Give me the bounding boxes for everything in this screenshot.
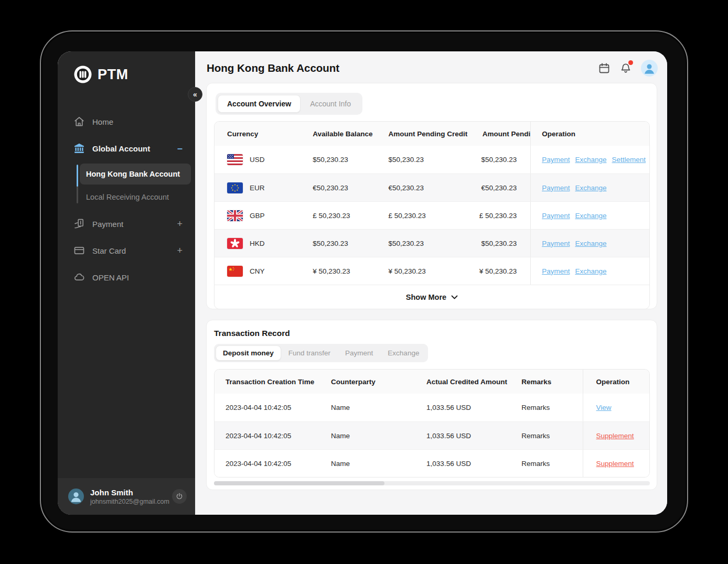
person-icon (68, 489, 84, 504)
logout-button[interactable] (172, 489, 187, 504)
sidebar-collapse-button[interactable]: « (188, 87, 202, 102)
tab-account-overview[interactable]: Account Overview (218, 95, 301, 113)
exchange-link[interactable]: Exchange (575, 184, 606, 192)
eu-flag-icon (227, 182, 243, 193)
main-content: Hong Kong Bank Account (195, 51, 667, 515)
sidebar-subitem-label: Local Receiving Account (86, 193, 169, 201)
user-avatar (68, 489, 84, 504)
operation-cell: Supplement (583, 450, 649, 477)
tab-fund-transfer[interactable]: Fund transfer (281, 345, 338, 361)
column-header-operation: Operation (583, 370, 649, 394)
operation-cell: Payment Exchange (530, 202, 649, 229)
sidebar-item-global-account[interactable]: Global Account – (58, 137, 195, 160)
supplement-link[interactable]: Supplement (596, 432, 634, 440)
payment-link[interactable]: Payment (542, 267, 570, 275)
chevron-down-icon (451, 295, 458, 299)
page-background: PTM « Home (0, 0, 728, 564)
currency-code: HKD (250, 240, 265, 247)
available-balance-cell: £ 50,230.23 (301, 202, 376, 229)
transaction-tabs: Deposit money Fund transfer Payment Exch… (214, 344, 657, 362)
counterparty-cell: Name (319, 422, 415, 449)
sidebar-item-home[interactable]: Home (58, 110, 195, 133)
credited-amount-cell: 1,033.56 USD (415, 422, 509, 449)
calendar-icon (598, 62, 611, 74)
notifications-button[interactable] (619, 62, 632, 74)
settlement-link[interactable]: Settlement (612, 156, 646, 164)
supplement-link[interactable]: Supplement (596, 460, 634, 468)
payment-icon (73, 218, 85, 230)
tab-payment[interactable]: Payment (338, 345, 380, 361)
currency-cell: GBP (215, 202, 301, 229)
tab-exchange[interactable]: Exchange (380, 345, 426, 361)
calendar-button[interactable] (598, 62, 611, 74)
sidebar-item-payment[interactable]: Payment + (58, 212, 195, 235)
sidebar-item-label: Payment (92, 220, 177, 229)
user-card[interactable]: John Smith johnsmith2025@gmail.com (58, 478, 195, 515)
payment-link[interactable]: Payment (542, 156, 570, 164)
sidebar-item-star-card[interactable]: Star Card + (58, 239, 195, 262)
sidebar: PTM « Home (58, 51, 195, 515)
tablet-frame: PTM « Home (40, 30, 688, 533)
exchange-link[interactable]: Exchange (575, 240, 606, 247)
exchange-link[interactable]: Exchange (575, 212, 606, 220)
cloud-icon (73, 272, 85, 283)
sidebar-subnav: Hong Kong Bank Account Local Receiving A… (58, 164, 195, 208)
show-more-label: Show More (406, 293, 446, 301)
user-email: johnsmith2025@gmail.com (90, 498, 172, 505)
payment-link[interactable]: Payment (542, 240, 570, 247)
cn-flag-icon (227, 266, 243, 277)
expand-plus-icon[interactable]: + (177, 246, 183, 255)
pending-credit-cell: ¥ 50,230.23 (377, 257, 470, 285)
remarks-cell: Remarks (509, 422, 582, 449)
expand-plus-icon[interactable]: + (177, 219, 183, 229)
exchange-link[interactable]: Exchange (575, 156, 606, 164)
uk-flag-icon (227, 210, 243, 221)
hk-flag-icon (227, 238, 243, 249)
pending-credit-cell: €50,230.23 (377, 174, 470, 201)
counterparty-cell: Name (319, 394, 415, 421)
payment-link[interactable]: Payment (542, 184, 570, 192)
user-meta: John Smith johnsmith2025@gmail.com (90, 488, 172, 505)
power-icon (175, 492, 184, 501)
tab-deposit-money[interactable]: Deposit money (216, 345, 281, 361)
available-balance-cell: $50,230.23 (301, 230, 376, 257)
account-overview-panel: Account Overview Account Info Currency A… (206, 83, 657, 309)
view-link[interactable]: View (596, 404, 612, 411)
payment-link[interactable]: Payment (542, 212, 570, 220)
table-row-gbp: GBP £ 50,230.23 £ 50,230.23 £ 50,230.23 … (215, 201, 649, 229)
person-icon (641, 60, 657, 76)
exchange-link[interactable]: Exchange (575, 267, 606, 275)
operation-cell: Supplement (583, 422, 649, 449)
currency-code: GBP (250, 212, 265, 220)
account-tabs: Account Overview Account Info (216, 93, 657, 115)
currency-cell: EUR (215, 174, 301, 201)
sidebar-item-local-receiving-account[interactable]: Local Receiving Account (80, 187, 191, 208)
collapse-minus-icon[interactable]: – (177, 144, 183, 153)
sidebar-nav: Home Global Account – (58, 110, 195, 289)
sidebar-item-hong-kong-bank-account[interactable]: Hong Kong Bank Account (80, 164, 191, 185)
show-more-button[interactable]: Show More (215, 285, 649, 309)
brand-logo: PTM (58, 51, 195, 84)
table-row-eur: EUR €50,230.23 €50,230.23 €50,230.23 Pay… (215, 173, 649, 201)
header-actions (598, 60, 658, 77)
sidebar-item-open-api[interactable]: OPEN API (58, 266, 195, 289)
available-balance-cell: €50,230.23 (301, 174, 376, 201)
pending-credit-cell: $50,230.23 (377, 230, 470, 257)
remarks-cell: Remarks (509, 394, 582, 421)
pending-credit-cell: $50,230.23 (377, 146, 470, 173)
profile-avatar-button[interactable] (641, 60, 658, 77)
sidebar-subitem-label: Hong Kong Bank Account (86, 170, 180, 178)
tab-account-info[interactable]: Account Info (301, 95, 360, 113)
column-header-amount-pending: Amount Pending (470, 122, 530, 146)
column-header-remarks: Remarks (509, 370, 582, 394)
user-name: John Smith (90, 488, 172, 497)
table-row-cny: CNY ¥ 50,230.23 ¥ 50,230.23 ¥ 50,230.23 … (215, 257, 649, 285)
operation-cell: Payment Exchange Settlement (530, 146, 649, 173)
scrollbar-thumb[interactable] (214, 481, 384, 485)
pending-debit-cell: £ 50,230.23 (470, 202, 531, 229)
operation-cell: Payment Exchange (530, 174, 649, 201)
currency-code: USD (250, 156, 265, 164)
horizontal-scrollbar (214, 481, 650, 485)
page-title: Hong Kong Bank Account (207, 62, 339, 74)
currency-code: CNY (250, 267, 265, 275)
